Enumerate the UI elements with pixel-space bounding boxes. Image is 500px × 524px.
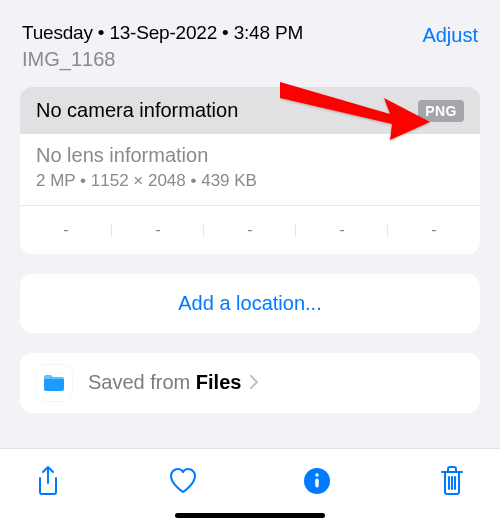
filename-label: IMG_1168 [22, 48, 303, 71]
datetime-label: Tuesday • 13-Sep-2022 • 3:48 PM [22, 22, 303, 44]
camera-header: No camera information PNG [20, 87, 480, 134]
info-button[interactable] [295, 459, 339, 503]
files-app-icon [36, 365, 72, 401]
chevron-right-icon [249, 372, 259, 395]
share-icon [35, 465, 61, 497]
svg-rect-2 [316, 478, 319, 487]
favorite-button[interactable] [161, 459, 205, 503]
exif-cell: - [388, 220, 480, 240]
exif-row: - - - - - [20, 205, 480, 254]
exif-cell: - [20, 220, 112, 240]
add-location-label: Add a location... [38, 292, 462, 315]
header-titles: Tuesday • 13-Sep-2022 • 3:48 PM IMG_1168 [22, 22, 303, 71]
saved-source: Files [196, 371, 242, 393]
share-button[interactable] [26, 459, 70, 503]
image-specs-label: 2 MP • 1152 × 2048 • 439 KB [36, 171, 464, 191]
info-header: Tuesday • 13-Sep-2022 • 3:48 PM IMG_1168… [0, 0, 500, 71]
camera-info-label: No camera information [36, 99, 238, 122]
exif-cell: - [296, 220, 388, 240]
svg-point-1 [316, 473, 320, 477]
format-badge: PNG [418, 100, 464, 122]
exif-cell: - [112, 220, 204, 240]
adjust-button[interactable]: Adjust [422, 22, 478, 47]
trash-icon [440, 466, 464, 496]
add-location-button[interactable]: Add a location... [20, 274, 480, 333]
delete-button[interactable] [430, 459, 474, 503]
lens-info-label: No lens information [36, 144, 464, 167]
camera-info-card: No camera information PNG No lens inform… [20, 87, 480, 254]
exif-cell: - [204, 220, 296, 240]
saved-from-row[interactable]: Saved from Files [20, 353, 480, 413]
info-icon [303, 467, 331, 495]
saved-from-label: Saved from Files [88, 371, 464, 395]
heart-icon [168, 467, 198, 495]
home-indicator[interactable] [175, 513, 325, 518]
saved-prefix: Saved from [88, 371, 196, 393]
camera-body: No lens information 2 MP • 1152 × 2048 •… [20, 134, 480, 205]
